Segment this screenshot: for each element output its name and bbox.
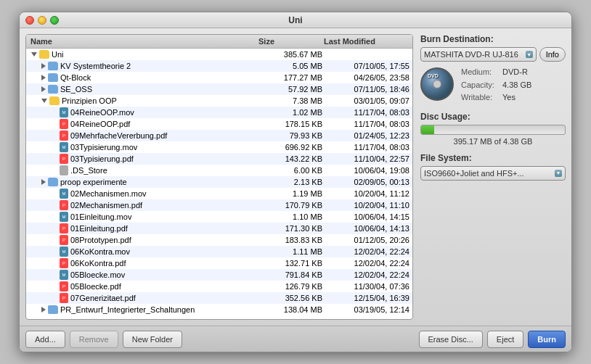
table-row[interactable]: M01Einleitung.mov1.10 MB10/06/04, 14:15 [26, 211, 412, 223]
table-row[interactable]: P08Prototypen.pdf183.83 KB01/12/05, 20:2… [26, 234, 412, 246]
eject-button[interactable]: Eject [487, 331, 523, 348]
table-row[interactable]: P05Bloecke.pdf126.79 KB11/30/04, 07:36 [26, 281, 412, 292]
file-name-text: 02Mechanismen.mov [70, 189, 147, 198]
file-size-cell: 352.56 KB [257, 294, 322, 302]
new-folder-button[interactable]: New Folder [123, 331, 182, 348]
table-row[interactable]: Qt-Block177.27 MB04/26/05, 23:58 [26, 72, 412, 83]
file-name-text: 05Bloecke.pdf [70, 282, 121, 291]
file-panel: Name Size Last Modified Uni385.67 MBKV S… [25, 34, 413, 320]
file-date-cell: 11/17/04, 08:03 [322, 120, 409, 128]
dvd-icon: DVD [420, 67, 455, 102]
pdf-icon: P [60, 200, 68, 210]
table-row[interactable]: SE_OSS57.92 MB07/11/05, 18:46 [26, 83, 412, 95]
file-name-cell: P06KoKontra.pdf [29, 258, 257, 268]
medium-info: Medium: DVD-R Capacity: 4.38 GB Writable… [461, 66, 531, 104]
file-size-cell: 7.38 MB [257, 96, 322, 105]
folder-icon [48, 62, 58, 70]
file-date-cell: 12/02/04, 22:24 [322, 270, 409, 279]
title-bar: Uni [20, 12, 571, 28]
usage-bar-fill [421, 125, 434, 134]
right-panel: Burn Destination: MATSHITA DVD-R UJ-816 … [420, 34, 566, 320]
table-row[interactable]: Uni385.67 MB [26, 49, 412, 60]
drive-selector: MATSHITA DVD-R UJ-816 ▼ Info [420, 47, 566, 62]
file-name-cell: M04ReineOOP.mov [29, 107, 257, 117]
file-size-cell: 79.93 KB [257, 131, 322, 140]
file-name-cell: P09MehrfacheVererbung.pdf [29, 131, 257, 141]
file-date-cell: 10/06/04, 14:15 [322, 212, 409, 221]
erase-disc-button[interactable]: Erase Disc... [419, 331, 483, 348]
burn-button[interactable]: Burn [528, 331, 566, 348]
add-button[interactable]: Add... [25, 331, 65, 348]
filesystem-value: ISO9660+Joliet and HFS+... [424, 169, 524, 178]
folder-icon [48, 178, 58, 186]
writable-label: Writable: [461, 91, 501, 104]
drive-name: MATSHITA DVD-R UJ-816 [424, 50, 518, 59]
table-row[interactable]: Prinzipien OOP7.38 MB03/01/05, 09:07 [26, 95, 412, 107]
file-list[interactable]: Uni385.67 MBKV Systemtheorie 25.05 MB07/… [26, 49, 412, 319]
folder-open-icon [39, 50, 49, 59]
file-icon [60, 165, 68, 175]
table-row[interactable]: P01Einleitung.pdf171.30 KB10/06/04, 14:1… [26, 223, 412, 234]
file-size-cell: 126.79 KB [257, 282, 322, 291]
mov-icon: M [60, 189, 68, 199]
capacity-value: 4.38 GB [502, 79, 531, 92]
burn-destination-label: Burn Destination: [420, 34, 566, 44]
close-button[interactable] [25, 16, 34, 25]
table-row[interactable]: M02Mechanismen.mov1.19 MB10/20/04, 11:12 [26, 188, 412, 199]
file-name-text: 03Typisierung.pdf [70, 154, 134, 163]
pdf-icon: P [60, 293, 68, 303]
file-size-cell: 183.83 KB [257, 236, 322, 244]
burn-destination-section: Burn Destination: MATSHITA DVD-R UJ-816 … [420, 34, 566, 104]
filesystem-dropdown-arrow-icon: ▼ [555, 170, 562, 177]
table-row[interactable]: M03Typisierung.mov696.92 KB11/17/04, 08:… [26, 141, 412, 153]
file-name-cell: Prinzipien OOP [29, 96, 257, 105]
file-size-cell: 696.92 KB [257, 143, 322, 152]
file-size-cell: 177.27 MB [257, 73, 322, 82]
pdf-icon: P [60, 154, 68, 164]
table-row[interactable]: M05Bloecke.mov791.84 KB12/02/04, 22:24 [26, 269, 412, 281]
table-row[interactable]: P04ReineOOP.pdf178.15 KB11/17/04, 08:03 [26, 118, 412, 130]
filesystem-dropdown[interactable]: ISO9660+Joliet and HFS+... ▼ [420, 166, 566, 181]
triangle-right-icon [41, 86, 46, 92]
file-date-cell: 10/06/04, 14:13 [322, 224, 409, 233]
pdf-icon: P [60, 281, 68, 291]
writable-value: Yes [502, 91, 515, 104]
table-row[interactable]: P07Generizitaet.pdf352.56 KB12/15/04, 16… [26, 292, 412, 304]
file-date-cell: 10/20/04, 11:10 [322, 201, 409, 210]
pdf-icon: P [60, 119, 68, 129]
table-row[interactable]: P09MehrfacheVererbung.pdf79.93 KB01/24/0… [26, 130, 412, 141]
pdf-icon: P [60, 131, 68, 141]
triangle-down-icon [41, 99, 47, 103]
minimize-button[interactable] [38, 16, 46, 25]
mov-icon: M [60, 142, 68, 152]
file-date-cell: 12/02/04, 22:24 [322, 259, 409, 268]
info-button[interactable]: Info [539, 47, 566, 62]
table-row[interactable]: M06KoKontra.mov1.11 MB12/02/04, 22:24 [26, 246, 412, 257]
medium-label: Medium: [461, 66, 501, 79]
medium-value: DVD-R [502, 66, 528, 79]
triangle-right-icon [41, 75, 46, 80]
file-name-text: 09MehrfacheVererbung.pdf [70, 131, 167, 140]
table-row[interactable]: .DS_Store6.00 KB10/06/04, 19:08 [26, 165, 412, 176]
folder-icon [48, 85, 58, 94]
table-row[interactable]: PR_Entwurf_Integrierter_Schaltungen138.0… [26, 304, 412, 315]
table-row[interactable]: proop experimente2.13 KB02/09/05, 00:13 [26, 176, 412, 188]
folder-open-icon [49, 96, 60, 105]
capacity-label: Capacity: [461, 79, 501, 92]
file-name-text: 06KoKontra.mov [70, 247, 130, 256]
dvd-label: DVD [428, 73, 439, 78]
table-row[interactable]: KV Systemtheorie 25.05 MB07/10/05, 17:55 [26, 60, 412, 72]
table-row[interactable]: P06KoKontra.pdf132.71 KB12/02/04, 22:24 [26, 257, 412, 269]
drive-dropdown[interactable]: MATSHITA DVD-R UJ-816 ▼ [420, 47, 537, 62]
file-name-text: SE_OSS [60, 85, 92, 94]
folder-icon [48, 305, 58, 314]
file-date-cell: 11/10/04, 22:57 [322, 154, 409, 163]
remove-button[interactable]: Remove [70, 331, 118, 348]
file-date-cell: 11/17/04, 08:03 [322, 108, 409, 117]
table-row[interactable]: P03Typisierung.pdf143.22 KB11/10/04, 22:… [26, 153, 412, 165]
maximize-button[interactable] [50, 16, 59, 25]
table-row[interactable]: P02Mechanismen.pdf170.79 KB10/20/04, 11:… [26, 199, 412, 211]
table-row[interactable]: M04ReineOOP.mov1.02 MB11/17/04, 08:03 [26, 107, 412, 118]
file-date-cell: 12/15/04, 16:39 [322, 294, 409, 302]
file-name-cell: P02Mechanismen.pdf [29, 200, 257, 210]
